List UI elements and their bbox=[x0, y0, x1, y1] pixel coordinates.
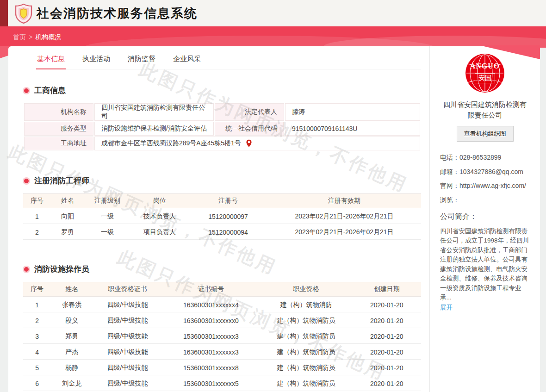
cell: 四级/中级技能 bbox=[93, 298, 162, 312]
cell: 163600301xxxxxx3 bbox=[162, 345, 260, 360]
email-label: 邮箱： bbox=[440, 167, 459, 177]
cell: 163600301xxxxxx0 bbox=[162, 313, 260, 328]
cell: 6 bbox=[23, 376, 51, 391]
section-title-text: 工商信息 bbox=[34, 85, 66, 96]
bullet-dot-icon bbox=[24, 88, 29, 93]
site-title: 社会消防技术服务信息系统 bbox=[37, 5, 198, 22]
tab-bar: 基本信息 执业活动 消防监督 企业风采 bbox=[36, 53, 421, 69]
email-value: 1034327886@qq.com bbox=[459, 167, 523, 177]
cell: 四级/中级技能 bbox=[93, 345, 162, 360]
cell: 刘金龙 bbox=[51, 376, 93, 391]
cell: 2 bbox=[23, 313, 51, 328]
cell: 建（构）筑物消防员 bbox=[260, 345, 352, 360]
cell: 四级/中级技能 bbox=[93, 313, 162, 328]
address-label: 工商地址 bbox=[24, 137, 93, 150]
col-header: 岗位 bbox=[130, 193, 189, 208]
cell: 技术负责人 bbox=[130, 209, 189, 224]
col-header: 注册有效期 bbox=[267, 193, 421, 208]
cell: 2023年02月21日-2026年02月21日 bbox=[267, 209, 421, 224]
website-link[interactable]: http://www.ag-xfjc.com/ bbox=[459, 181, 526, 191]
address-cell: 成都市金牛区羊西线蜀汉路289号A座45栋5楼1号 bbox=[94, 137, 420, 150]
cell: 建（构）筑物消防员 bbox=[260, 376, 352, 391]
logo-text-cn: 安国 bbox=[475, 73, 495, 83]
cell: 一级 bbox=[84, 225, 130, 240]
cell: 建（构）筑物消防 bbox=[260, 298, 352, 312]
cell: 四级/中级技能 bbox=[93, 361, 162, 375]
breadcrumb-current: 机构概况 bbox=[35, 33, 61, 41]
company-intro-title: 公司简介： bbox=[440, 212, 530, 222]
shield-logo-icon bbox=[14, 3, 33, 24]
col-header: 姓名 bbox=[51, 193, 84, 208]
cell: 15120000094 bbox=[189, 225, 267, 240]
tab-enterprise-style[interactable]: 企业风采 bbox=[172, 53, 202, 69]
bullet-dot-icon bbox=[24, 179, 29, 183]
col-header: 注册级别 bbox=[84, 193, 130, 208]
website-label: 官网： bbox=[440, 181, 459, 191]
table-row: 2 段义 四级/中级技能 163600301xxxxxx0 建（构）筑物消防员 … bbox=[23, 313, 421, 328]
col-header: 序号 bbox=[23, 193, 51, 208]
contact-phone: 电话： 028-86532899 bbox=[440, 153, 530, 163]
tab-fire-supervision[interactable]: 消防监督 bbox=[127, 53, 156, 69]
expand-link[interactable]: 展开 bbox=[440, 304, 453, 312]
tab-basic-info[interactable]: 基本信息 bbox=[36, 53, 66, 69]
section-title-text: 消防设施操作员 bbox=[34, 264, 89, 274]
cell: 4 bbox=[23, 345, 51, 360]
service-type-label: 服务类型 bbox=[24, 122, 93, 136]
cell: 建（构）筑物消防员 bbox=[260, 313, 352, 328]
cell: 四级/中级技能 bbox=[93, 329, 162, 344]
col-header: 职业资格证书 bbox=[93, 282, 162, 297]
contact-website: 官网： http://www.ag-xfjc.com/ bbox=[440, 181, 530, 191]
breadcrumb: 首页>机构概况 bbox=[13, 26, 61, 48]
cell: 153600301xxxxxx8 bbox=[162, 361, 260, 375]
engineers-table: 序号 姓名 注册级别 岗位 注册号 注册有效期 1 向阳 一级 技术负责人 15… bbox=[23, 193, 421, 241]
sidebar: ANGUO 安国 四川省安国建筑消防检测有限责任公司 查看机构组织图 电话： 0… bbox=[429, 46, 540, 392]
logo-text-en: ANGUO bbox=[465, 62, 504, 70]
views-label: 浏览： bbox=[440, 195, 459, 205]
table-row: 1 张春洪 四级/中级技能 163600301xxxxxx4 建（构）筑物消防 … bbox=[23, 298, 421, 312]
section-business-info: 工商信息 bbox=[23, 85, 421, 96]
org-name-label: 机构名称 bbox=[24, 103, 93, 121]
cell: 3 bbox=[23, 329, 51, 344]
breadcrumb-home-link[interactable]: 首页 bbox=[13, 33, 26, 41]
cell: 罗勇 bbox=[51, 225, 84, 240]
table-header-row: 序号 姓名 职业资格证书 证书编号 职业资格 创建日期 bbox=[23, 282, 421, 297]
cell: 2020-01-20 bbox=[353, 313, 421, 328]
cell: 2020-01-20 bbox=[353, 376, 421, 391]
cell: 2020-01-20 bbox=[353, 361, 421, 375]
company-name: 四川省安国建筑消防检测有限责任公司 bbox=[440, 100, 530, 120]
section-title-text: 注册消防工程师 bbox=[34, 175, 89, 186]
contact-views: 浏览： bbox=[440, 195, 530, 205]
cell: 2 bbox=[23, 225, 51, 240]
col-header: 职业资格 bbox=[260, 282, 352, 297]
phone-label: 电话： bbox=[440, 153, 459, 163]
view-org-chart-button[interactable]: 查看机构组织图 bbox=[457, 126, 514, 142]
cell: 2020-01-20 bbox=[353, 329, 421, 344]
main-panel: 基本信息 执业活动 消防监督 企业风采 工商信息 机构名称 四川省安国建筑消防检… bbox=[8, 46, 429, 392]
header-accent-bar bbox=[0, 0, 8, 26]
bullet-dot-icon bbox=[24, 267, 29, 272]
cell: 严杰 bbox=[51, 345, 93, 360]
phone-value: 028-86532899 bbox=[459, 153, 501, 163]
cell: 四级/中级技能 bbox=[93, 376, 162, 391]
company-logo: ANGUO 安国 bbox=[465, 54, 504, 93]
col-header: 证书编号 bbox=[162, 282, 260, 297]
legal-rep-value: 滕涛 bbox=[285, 103, 420, 121]
col-header: 姓名 bbox=[51, 282, 93, 297]
table-row: 5 杨静 四级/中级技能 153600301xxxxxx8 建（构）筑物消防员 … bbox=[23, 361, 421, 375]
cell: 张春洪 bbox=[51, 298, 93, 312]
operators-table: 序号 姓名 职业资格证书 证书编号 职业资格 创建日期 1 张春洪 四级/中级技… bbox=[23, 281, 421, 392]
cell: 2023年02月21日-2026年02月21日 bbox=[267, 225, 421, 240]
section-engineers: 注册消防工程师 bbox=[23, 175, 421, 186]
cell: 杨静 bbox=[51, 361, 93, 375]
company-intro-text: 四川省安国建筑消防检测有限责任公司，成立于1998年，经四川省公安消防总队批准，… bbox=[440, 227, 530, 303]
cell: 向阳 bbox=[51, 209, 84, 224]
col-header: 序号 bbox=[23, 282, 51, 297]
col-header: 注册号 bbox=[189, 193, 267, 208]
cell: 项目负责人 bbox=[130, 225, 189, 240]
credit-code-label: 统一社会信用代码 bbox=[215, 122, 284, 136]
tab-practice[interactable]: 执业活动 bbox=[81, 53, 111, 69]
cell: 段义 bbox=[51, 313, 93, 328]
map-pin-icon[interactable] bbox=[246, 139, 252, 148]
table-header-row: 序号 姓名 注册级别 岗位 注册号 注册有效期 bbox=[23, 193, 421, 208]
cell: 2020-01-20 bbox=[353, 298, 421, 312]
